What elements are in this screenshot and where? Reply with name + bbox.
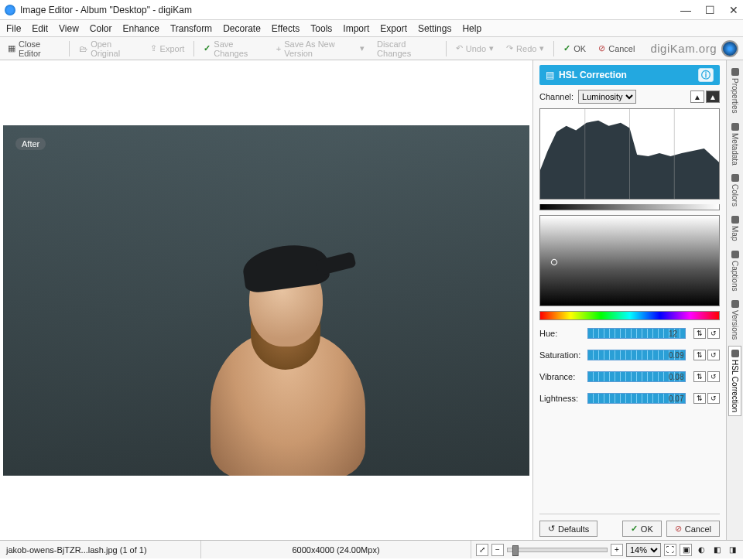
menu-color[interactable]: Color xyxy=(90,23,112,34)
under-exposure-toggle[interactable]: ◨ xyxy=(726,544,738,556)
tab-hsl-correction[interactable]: HSL Correction xyxy=(728,346,741,416)
panel-icon: ▤ xyxy=(546,70,554,80)
zoom-select[interactable]: 14% xyxy=(626,543,661,557)
channel-select[interactable]: Luminosity xyxy=(578,90,636,104)
log-scale-button[interactable]: ▲ xyxy=(706,90,720,103)
open-original-button[interactable]: 🗁 Open Original xyxy=(76,38,140,60)
undo-icon: ↶ xyxy=(456,43,463,53)
vibrance-stepper[interactable]: ⇅ xyxy=(693,371,706,382)
separator xyxy=(69,41,70,56)
hue-slider-row: Hue: 12 ⇅ ↺ xyxy=(539,325,720,342)
channel-label: Channel: xyxy=(539,92,574,101)
brand-label: digiKam.org xyxy=(650,42,717,55)
versions-icon xyxy=(731,300,739,308)
menu-import[interactable]: Import xyxy=(343,23,369,34)
menu-effects[interactable]: Effects xyxy=(272,23,300,34)
ok-label: OK xyxy=(574,44,586,53)
undo-label: Undo xyxy=(466,44,486,53)
hsl-icon xyxy=(731,350,739,357)
hue-label: Hue: xyxy=(539,329,584,338)
toolbar: ▦ Close Editor 🗁 Open Original ⇪ Export … xyxy=(0,37,743,60)
hue-value[interactable]: 12 xyxy=(669,330,690,338)
menu-help[interactable]: Help xyxy=(462,23,481,34)
canvas-area[interactable]: After xyxy=(0,60,532,540)
menu-file[interactable]: File xyxy=(6,23,21,34)
over-exposure-toggle[interactable]: ◧ xyxy=(710,544,723,556)
zoom-slider[interactable] xyxy=(507,548,608,552)
map-icon xyxy=(731,216,739,224)
maximize-button[interactable]: ☐ xyxy=(705,4,715,16)
after-badge: After xyxy=(15,138,46,150)
close-button[interactable]: ✕ xyxy=(729,4,738,16)
titlebar: Image Editor - Album "Desktop" - digiKam… xyxy=(0,0,743,20)
check-icon: ✓ xyxy=(204,43,211,53)
hue-stepper[interactable]: ⇅ xyxy=(693,328,706,339)
vibrance-value[interactable]: 0.08 xyxy=(669,373,690,381)
defaults-button[interactable]: ↺ Defaults xyxy=(539,521,597,537)
zoom-fit-window-button[interactable]: ▣ xyxy=(680,544,692,556)
hue-strip[interactable] xyxy=(539,311,720,320)
export-button[interactable]: ⇪ Export xyxy=(147,42,188,55)
panel-ok-button[interactable]: ✓ OK xyxy=(622,521,662,537)
lightness-slider-row: Lightness: 0.07 ⇅ ↺ xyxy=(539,390,720,407)
menu-transform[interactable]: Transform xyxy=(170,23,212,34)
close-editor-button[interactable]: ▦ Close Editor xyxy=(5,38,63,60)
save-changes-label: Save Changes xyxy=(214,39,264,58)
menu-view[interactable]: View xyxy=(59,23,79,34)
tab-versions[interactable]: Versions xyxy=(729,297,741,343)
tab-metadata[interactable]: Metadata xyxy=(729,120,741,169)
zoom-controls: ⤢ − + 14% ⛶ ▣ ◐ ◧ ◨ xyxy=(471,543,743,557)
info-button[interactable]: ⓘ xyxy=(698,68,714,82)
zoom-out-button[interactable]: − xyxy=(491,544,504,556)
menu-decorate[interactable]: Decorate xyxy=(223,23,261,34)
lightness-reset[interactable]: ↺ xyxy=(707,393,720,404)
window-title: Image Editor - Album "Desktop" - digiKam xyxy=(20,5,680,15)
vibrance-reset[interactable]: ↺ xyxy=(707,371,720,382)
color-picker[interactable] xyxy=(539,215,720,306)
menu-enhance[interactable]: Enhance xyxy=(123,23,159,34)
color-picker-marker[interactable] xyxy=(550,258,558,266)
linear-scale-button[interactable]: ▲ xyxy=(690,90,704,103)
menu-export[interactable]: Export xyxy=(380,23,407,34)
tab-captions[interactable]: Captions xyxy=(729,248,741,294)
redo-label: Redo xyxy=(516,44,536,53)
cancel-button[interactable]: ⊘ Cancel xyxy=(595,42,638,55)
menu-tools[interactable]: Tools xyxy=(310,23,332,34)
lightness-value[interactable]: 0.07 xyxy=(669,394,690,403)
plus-icon: + xyxy=(276,44,281,53)
saturation-reset[interactable]: ↺ xyxy=(707,350,720,360)
menu-edit[interactable]: Edit xyxy=(32,23,48,34)
undo-button[interactable]: ↶ Undo ▾ xyxy=(453,42,497,55)
panel-cancel-button[interactable]: ⊘ Cancel xyxy=(666,521,720,537)
redo-button[interactable]: ↷ Redo ▾ xyxy=(503,42,547,55)
status-filename: jakob-owens-BjTZR...lash.jpg (1 of 1) xyxy=(0,541,201,558)
tab-colors[interactable]: Colors xyxy=(729,171,741,210)
histogram-gradient xyxy=(539,204,720,210)
lightness-stepper[interactable]: ⇅ xyxy=(693,393,706,404)
zoom-thumb[interactable] xyxy=(512,545,519,556)
zoom-in-button[interactable]: + xyxy=(611,544,623,556)
saturation-slider-row: Saturation: 0.09 ⇅ ↺ xyxy=(539,347,720,364)
separator xyxy=(193,41,194,56)
saturation-stepper[interactable]: ⇅ xyxy=(693,350,706,360)
hue-reset[interactable]: ↺ xyxy=(707,328,720,339)
zoom-fit-button[interactable]: ⤢ xyxy=(476,544,488,556)
color-managed-toggle[interactable]: ◐ xyxy=(695,544,707,556)
save-changes-button[interactable]: ✓ Save Changes xyxy=(200,38,267,60)
save-as-new-button[interactable]: + Save As New Version ▾ xyxy=(273,38,368,60)
colors-icon xyxy=(731,174,739,182)
discard-changes-button[interactable]: Discard Changes xyxy=(374,38,440,60)
menubar: File Edit View Color Enhance Transform D… xyxy=(0,20,743,37)
right-panel: ▤ HSL Correction ⓘ Channel: Luminosity ▲… xyxy=(532,60,726,540)
menu-settings[interactable]: Settings xyxy=(418,23,451,34)
histogram[interactable] xyxy=(539,108,720,200)
app-icon xyxy=(5,5,15,15)
tab-properties[interactable]: Properties xyxy=(729,65,741,117)
check-icon: ✓ xyxy=(631,524,638,534)
captions-icon xyxy=(731,251,739,258)
tab-map[interactable]: Map xyxy=(729,213,741,244)
zoom-100-button[interactable]: ⛶ xyxy=(664,544,676,556)
minimize-button[interactable]: — xyxy=(680,4,691,16)
ok-button[interactable]: ✓ OK xyxy=(560,42,589,55)
saturation-value[interactable]: 0.09 xyxy=(669,351,690,360)
